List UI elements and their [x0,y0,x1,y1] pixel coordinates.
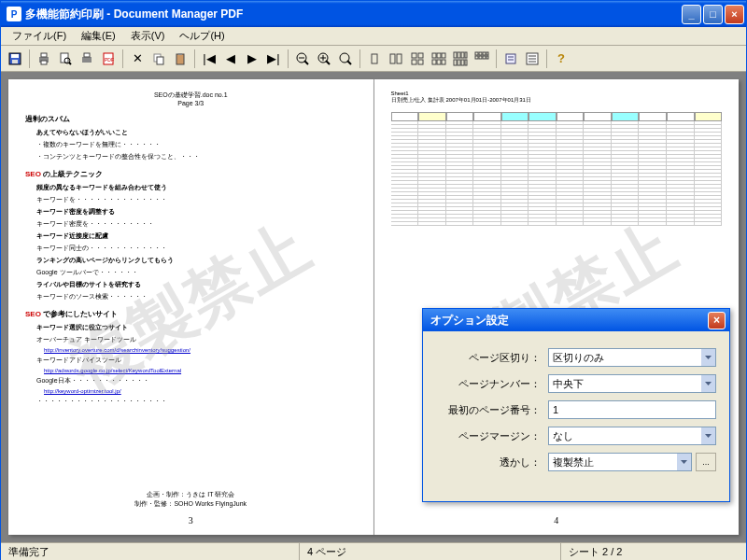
next-page-icon[interactable]: ▶ [242,49,262,69]
table-header [391,112,723,121]
svg-rect-51 [475,56,478,59]
page-number-right: 4 [374,515,740,525]
item: キーワードアドバイスツール [36,356,357,365]
close-button[interactable]: × [725,5,744,24]
menu-file[interactable]: ファイル(F) [5,27,74,45]
svg-line-25 [347,61,351,64]
table-row [391,222,723,226]
page-header: SEOの基礎学習.doc no.1 Page 3/3 [25,91,357,106]
label-watermark: 透かし： [436,455,548,469]
svg-rect-41 [461,52,464,58]
svg-rect-10 [84,53,90,57]
row-firstpage: 最初のページ番号： [436,400,716,419]
svg-rect-43 [454,60,457,65]
dialog-close-button[interactable]: × [708,312,726,329]
layout-1-icon[interactable] [364,49,385,69]
browse-watermark-button[interactable]: ... [696,453,716,471]
item: キーワードを・・・・・・・・・・・・・・ [36,195,357,204]
doc-page: Page 3/3 [25,100,357,106]
svg-rect-35 [442,53,445,58]
page-number-left: 3 [8,515,374,525]
svg-rect-31 [412,60,416,64]
copy-icon[interactable] [148,49,169,69]
print-preview-icon[interactable] [55,49,76,69]
list-icon[interactable] [522,49,543,69]
select-watermark[interactable]: 複製禁止 [548,453,692,471]
svg-rect-37 [437,60,441,64]
menu-edit[interactable]: 編集(E) [74,27,123,45]
svg-rect-14 [157,57,163,64]
separator [546,49,547,68]
separator [29,49,30,68]
help-icon[interactable]: ? [551,49,571,69]
print-icon[interactable] [34,49,54,69]
last-page-icon[interactable]: ▶| [263,49,284,69]
window-buttons: _ □ × [682,5,744,24]
prev-page-icon[interactable]: ◀ [220,49,241,69]
section-1: 過剰のスパム [25,114,357,124]
svg-rect-1 [11,54,19,58]
svg-rect-4 [41,53,47,57]
menu-view[interactable]: 表示(V) [123,27,173,45]
zoom-in-icon[interactable] [314,49,334,69]
layout-8-icon[interactable] [450,49,471,69]
select-pagenum[interactable]: 中央下 [548,374,716,393]
dialog-body: ページ区切り： 区切りのみ ページナンバー： 中央下 最初のページ番号： ページ… [423,331,729,501]
separator [496,49,497,68]
svg-rect-55 [506,54,515,63]
item: ・・・・・・・・・・・・・・・・・・・・ [36,397,357,406]
svg-rect-36 [432,60,436,64]
paste-icon[interactable] [170,49,190,69]
layout-6-icon[interactable] [429,49,449,69]
delete-icon[interactable]: ✕ [127,49,148,69]
options-icon[interactable] [500,49,521,69]
sheet-title: Sheet1日別売上/仕入 集計表 2007年01月01日-2007年01月31… [391,91,723,105]
svg-line-8 [69,63,71,64]
row-pagenum: ページナンバー： 中央下 [436,374,716,393]
label-pagenum: ページナンバー： [436,377,548,391]
link: http://adwords.google.co.jp/select/Keywo… [44,368,357,373]
select-separator[interactable]: 区切りのみ [548,348,716,367]
spreadsheet: document.write(Array.from({length:28},()… [391,112,723,226]
print-setup-icon[interactable] [77,49,97,69]
svg-line-21 [326,61,330,64]
layout-4-icon[interactable] [407,49,428,69]
save-icon[interactable] [5,49,25,69]
row-separator: ページ区切り： 区切りのみ [436,348,716,367]
svg-rect-49 [483,52,486,55]
svg-rect-32 [418,60,423,64]
select-margin[interactable]: なし [548,427,716,445]
first-page-icon[interactable]: |◀ [199,49,219,69]
svg-rect-52 [479,56,482,59]
item: あえてやらないほうがいいこと [36,128,357,137]
item: キーワードのソース検索・・・・・・ [36,292,357,301]
dialog-titlebar: オプション設定 × [423,309,729,331]
menu-help[interactable]: ヘルプ(H) [172,27,232,45]
svg-rect-39 [454,52,457,58]
zoom-fit-icon[interactable] [335,49,356,69]
item: キーワード同士の・・・・・・・・・・・・ [36,244,357,253]
section-3: SEO で参考にしたいサイト [25,309,357,319]
svg-rect-46 [465,60,467,65]
svg-rect-27 [390,54,395,63]
svg-rect-26 [372,54,377,63]
minimize-button[interactable]: _ [682,5,701,24]
svg-rect-50 [486,52,488,55]
svg-rect-9 [82,57,92,63]
svg-rect-54 [486,56,488,59]
svg-rect-48 [479,52,482,55]
input-firstpage[interactable] [548,400,716,419]
maximize-button[interactable]: □ [703,5,723,24]
separator [122,49,123,68]
pdf-icon[interactable]: PDF [98,49,119,69]
layout-16-icon[interactable] [472,49,492,69]
item: 頻度の異なるキーワードを組み合わせて使う [36,183,357,192]
layout-2-icon[interactable] [386,49,406,69]
item: キーワード密度を調整する [36,207,357,217]
svg-rect-45 [461,60,464,65]
row-margin: ページマージン： なし [436,427,716,445]
status-ready: 準備完了 [1,543,300,560]
options-dialog: オプション設定 × ページ区切り： 区切りのみ ページナンバー： 中央下 最初の… [422,308,730,502]
zoom-out-icon[interactable] [292,49,313,69]
window-title: 多機能節約印刷 - Document Manager PDF [25,7,682,22]
